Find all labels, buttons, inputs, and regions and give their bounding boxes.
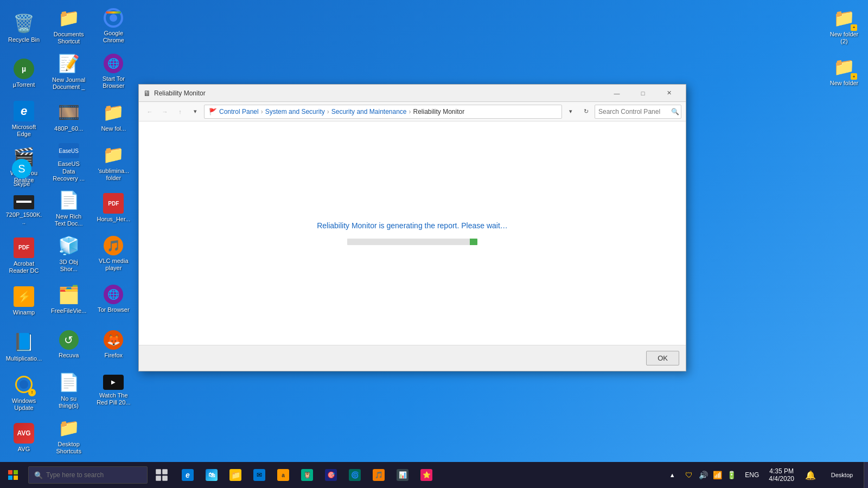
taskbar-search-input[interactable] [46, 471, 142, 479]
search-icon[interactable]: 🔍 [671, 108, 679, 115]
progress-bar-container [347, 239, 477, 245]
desktop-icon-720p[interactable]: 720P_1500K... [4, 189, 43, 232]
taskbar-store-icon[interactable]: 🛍 [200, 462, 224, 488]
tray-battery-icon[interactable]: 🔋 [726, 470, 737, 480]
taskbar-edge-icon[interactable]: e [176, 462, 200, 488]
start-button[interactable] [0, 462, 26, 488]
taskbar-amazon-icon[interactable]: a [271, 462, 295, 488]
taskbar-unknown2-icon[interactable]: 🌀 [343, 462, 367, 488]
breadcrumb-sep-1: › [261, 108, 263, 115]
desktop-icon-no-something[interactable]: 📄 No su thing(s) [49, 369, 88, 412]
desktop-label: Desktop [831, 472, 853, 478]
desktop-icon-3d-obj[interactable]: 🧊 3D Obj Shor... [49, 232, 88, 275]
desktop-icons-area: 🗑️ Recycle Bin µ µTorrent e Microsoft Ed… [0, 0, 141, 466]
icon-label-windows-update: Windows Update [7, 397, 41, 412]
window-controls: — □ ✕ [604, 85, 681, 102]
desktop-icon-google-chrome[interactable]: Google Chrome [94, 4, 133, 48]
ok-button[interactable]: OK [646, 351, 679, 365]
desktop-icon-desktop-shortcuts[interactable]: 📁 Desktop Shortcuts [49, 414, 88, 458]
desktop-icon-documents-shortcut[interactable]: 📁 Documents Shortcut [49, 4, 88, 48]
address-dropdown-button[interactable]: ▾ [564, 105, 577, 118]
svg-rect-2 [8, 476, 12, 480]
desktop-icon-new-folder-right[interactable]: 📁 + New folder [825, 50, 864, 93]
desktop-icon-watch-red-pill[interactable]: ▶ Watch The Red Pill 20... [94, 369, 133, 412]
taskbar-clock[interactable]: 4:35 PM 4/4/2020 [762, 462, 801, 488]
clock-time: 4:35 PM [769, 467, 794, 475]
notification-area[interactable]: 🛡 🔊 📶 🔋 [679, 470, 742, 480]
desktop-icon-multiplication[interactable]: 📘 Multiplicatio... [4, 325, 43, 369]
tray-volume-icon[interactable]: 🔊 [698, 470, 709, 480]
desktop-icon-new-journal-doc[interactable]: 📝 New Journal Document _ [49, 50, 88, 93]
desktop: 🗑️ Recycle Bin µ µTorrent e Microsoft Ed… [0, 0, 868, 488]
desktop-icon-avg[interactable]: AVG AVG [4, 416, 43, 460]
desktop-icon-msedge[interactable]: e Microsoft Edge [4, 98, 43, 141]
icon-label-watch-red-pill: Watch The Red Pill 20... [96, 392, 131, 406]
breadcrumb-part-3[interactable]: Security and Maintenance [331, 108, 407, 115]
close-button[interactable]: ✕ [656, 85, 681, 102]
svg-rect-6 [156, 476, 161, 481]
refresh-button[interactable]: ↻ [579, 105, 592, 118]
desktop-icon-windows-update[interactable]: ! Windows Update [4, 371, 43, 414]
breadcrumb-bar[interactable]: 🚩 Control Panel › System and Security › … [204, 105, 562, 119]
window-content: Reliability Monitor is generating the re… [139, 121, 686, 345]
maximize-button[interactable]: □ [630, 85, 655, 102]
tray-network-icon[interactable]: 📶 [712, 470, 723, 480]
desktop-icon-easeus[interactable]: EaseUS EaseUS Data Recovery ... [49, 141, 88, 184]
language-indicator[interactable]: ENG [742, 471, 762, 479]
window-title-icon: 🖥 [143, 89, 151, 98]
desktop-icon-vlc[interactable]: 🎵 VLC media player [94, 232, 133, 275]
breadcrumb-part-2[interactable]: System and Security [265, 108, 325, 115]
reliability-monitor-window: 🖥 Reliability Monitor — □ ✕ ← → ↑ ▾ 🚩 Co… [138, 84, 686, 371]
desktop-icon-start-tor-browser[interactable]: 🌐 Start Tor Browser [94, 50, 133, 93]
taskbar-monitor-icon[interactable]: 📊 [391, 462, 414, 488]
desktop-label-area[interactable]: Desktop [820, 462, 864, 488]
desktop-icon-recycle-bin[interactable]: 🗑️ Recycle Bin [4, 7, 43, 50]
window-titlebar: 🖥 Reliability Monitor — □ ✕ [139, 85, 686, 102]
desktop-icon-acrobat[interactable]: PDF Acrobat Reader DC [4, 234, 43, 278]
taskbar-tripadvisor-icon[interactable]: 🦉 [295, 462, 319, 488]
back-button[interactable]: ← [143, 105, 156, 118]
desktop-icon-new-folder-3[interactable]: 📁 New fol... [94, 95, 133, 139]
icon-label-desktop-shortcuts: Desktop Shortcuts [52, 441, 86, 455]
icon-label-avg: AVG [18, 446, 30, 453]
search-box[interactable]: 🔍 [595, 105, 681, 119]
window-title: 🖥 Reliability Monitor [143, 89, 604, 98]
taskbar-bookmark-icon[interactable]: ⭐ [414, 462, 438, 488]
window-nav: ← → ↑ ▾ 🚩 Control Panel › System and Sec… [139, 102, 686, 121]
icon-label-720p: 720P_1500K... [5, 211, 42, 226]
up-button[interactable]: ↑ [174, 105, 187, 118]
forward-button[interactable]: → [158, 105, 171, 118]
desktop-icon-horus-her[interactable]: PDF Horus_Her... [94, 187, 133, 230]
taskbar-explorer-icon[interactable]: 📁 [224, 462, 247, 488]
taskbar-unknown-icon[interactable]: 🎯 [319, 462, 343, 488]
icon-label-new-rich-text: New Rich Text Doc... [52, 213, 86, 227]
desktop-icon-firefox[interactable]: 🦊 Firefox [94, 323, 133, 367]
svg-rect-3 [14, 476, 18, 480]
taskbar-search-bar[interactable]: 🔍 [28, 466, 148, 484]
action-center-button[interactable]: 🔔 [801, 462, 820, 488]
desktop-icon-tor-browser[interactable]: 🌐 Tor Browser [94, 278, 133, 321]
taskbar-search-icon: 🔍 [34, 471, 43, 479]
taskbar-vlc-icon[interactable]: 🎵 [367, 462, 391, 488]
desktop-icon-new-rich-text[interactable]: 📄 New Rich Text Doc... [49, 187, 88, 230]
show-hidden-icons-button[interactable]: ▲ [666, 462, 679, 488]
desktop-icon-winamp[interactable]: ⚡ Winamp [4, 280, 43, 323]
task-view-button[interactable] [150, 462, 174, 488]
desktop-icon-subliminal-folder[interactable]: 📁 'sublimina... folder [94, 141, 133, 184]
minimize-button[interactable]: — [604, 85, 629, 102]
taskbar-mail-icon[interactable]: ✉ [247, 462, 271, 488]
breadcrumb-part-1[interactable]: Control Panel [219, 108, 259, 115]
taskbar-apps: e 🛍 📁 ✉ a 🦉 🎯 [176, 462, 438, 488]
tray-avg-icon[interactable]: 🛡 [684, 470, 694, 480]
desktop-icon-recuva[interactable]: ↺ Recuva [49, 323, 88, 367]
icon-label-msedge: Microsoft Edge [7, 124, 41, 138]
search-input[interactable] [598, 108, 669, 115]
loading-text: Reliability Monitor is generating the re… [317, 221, 508, 230]
desktop-icon-utorrent[interactable]: µ µTorrent [4, 52, 43, 95]
desktop-icon-new-folder-2[interactable]: 📁 + New folder (2) [825, 4, 864, 48]
desktop-icon-freefileview[interactable]: 🗂️ FreeFileVie... [49, 278, 88, 321]
desktop-icon-480p[interactable]: 🎞️ 480P_60... [49, 95, 88, 139]
show-desktop-button[interactable] [864, 462, 868, 488]
desktop-icon-skype[interactable]: S Skype [2, 152, 41, 195]
recent-locations-button[interactable]: ▾ [189, 105, 202, 118]
